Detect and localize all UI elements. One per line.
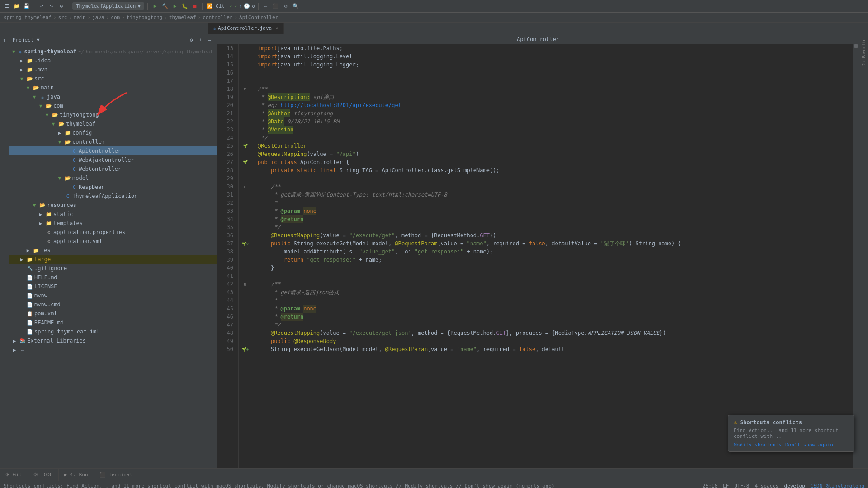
tab-close-btn[interactable]: × (275, 26, 278, 31)
tree-item-apicontroller[interactable]: ▶ C ApiController (9, 146, 217, 155)
tree-item-external-libraries[interactable]: ▶ 📚 External Libraries (9, 336, 217, 345)
tree-item-webajaxcontroller[interactable]: ▶ C WebAjaxController (9, 155, 217, 164)
tree-item-app-yml[interactable]: ▶ ⚙ application.yml (9, 237, 217, 246)
toolbar-btn-menu[interactable]: ☰ (3, 2, 11, 10)
tree-item-pom-xml[interactable]: ▶ 📋 pom.xml (9, 309, 217, 318)
folder-icon: 📂 (64, 175, 71, 181)
fold-icon-18[interactable]: ⊞ (244, 87, 246, 91)
tree-item-webcontroller[interactable]: ▶ C WebController (9, 164, 217, 174)
toolbar-btn-open[interactable]: 📁 (13, 2, 21, 10)
toolbar-btn-terminal[interactable]: ⬛ (272, 2, 280, 10)
tree-item-config[interactable]: ▶ 📁 config (9, 128, 217, 137)
breadcrumb-item-7[interactable]: controller (203, 14, 232, 20)
tree-item-static[interactable]: ▶ 📁 static (9, 210, 217, 219)
panel-tool-minimize[interactable]: — (206, 37, 213, 44)
bottom-tab-run[interactable]: ▶ 4: Run (59, 469, 94, 481)
side-tab-project[interactable]: 1 (0, 36, 9, 45)
toolbar-btn-build[interactable]: 🔨 (161, 2, 169, 10)
toolbar-btn-run[interactable]: ▶ (171, 2, 179, 10)
tree-item-com[interactable]: ▼ 📂 com (9, 101, 217, 110)
toolbar-btn-search-everywhere[interactable]: 🔍 (292, 2, 300, 10)
toolbar-btn-build-green[interactable]: ▶ (151, 2, 159, 10)
tree-item-model[interactable]: ▼ 📂 model (9, 174, 217, 183)
code-line-38: model.addAttribute( s: "value_get", o: "… (258, 248, 853, 256)
status-branch[interactable]: develop (784, 483, 805, 488)
tree-item-controller[interactable]: ▼ 📂 controller (9, 137, 217, 146)
panel-tool-settings[interactable]: ⚙ (188, 37, 195, 44)
breadcrumb-item-6[interactable]: thymeleaf (169, 14, 196, 20)
breadcrumb-item-3[interactable]: java (92, 14, 104, 20)
tree-item-mvnw-cmd[interactable]: ▶ 📄 mvnw.cmd (9, 300, 217, 309)
toolbar-btn-save[interactable]: 💾 (23, 2, 31, 10)
toolbar-btn-debug[interactable]: 🐛 (181, 2, 189, 10)
tree-item-target[interactable]: ▶ 📁 target (9, 255, 217, 264)
tree-item-scratches[interactable]: ▶ ✏ (9, 345, 217, 354)
tab-bar: ☕ ApiController.java × (0, 23, 868, 34)
dont-show-again-link[interactable]: Don't show again (785, 442, 833, 448)
panel-tool-expand[interactable]: + (197, 37, 204, 44)
tree-item-app-properties[interactable]: ▶ ⚙ application.properties (9, 228, 217, 237)
code-line-14: import java.util.logging.Level; (258, 52, 853, 61)
toolbar-btn-undo[interactable]: ↩ (38, 2, 46, 10)
breadcrumb-item-5[interactable]: tinytongtong (127, 14, 162, 20)
tree-item-iml[interactable]: ▶ 📄 spring-thymeleaf.iml (9, 327, 217, 336)
toolbar-sep-4 (202, 3, 203, 10)
yml-icon: ⚙ (45, 239, 52, 244)
tree-item-resources[interactable]: ▼ 📂 resources (9, 201, 217, 210)
project-panel: Project ▼ ⚙ + — ▼ ◈ spring-thymeleaf ~/D… (9, 34, 217, 468)
fold-icon-30[interactable]: ⊞ (244, 184, 246, 189)
bottom-tab-git[interactable]: ⑨ Git (0, 469, 28, 481)
tree-item-mvnw[interactable]: ▶ 📄 mvnw (9, 291, 217, 300)
multi-icon-37: 🌱⊙ (242, 242, 249, 246)
code-line-21: * @Author tinytongtong (258, 109, 853, 117)
folder-icon: 📁 (45, 221, 52, 226)
code-container[interactable]: 13 14 15 16 17 18 19 20 21 22 23 24 25 2… (217, 44, 859, 468)
breadcrumb-sep: › (69, 14, 72, 20)
tree-item-templates[interactable]: ▶ 📁 templates (9, 219, 217, 228)
tree-item-main[interactable]: ▼ 📂 main (9, 83, 217, 92)
tree-item-spring-thymeleaf[interactable]: ▼ ◈ spring-thymeleaf ~/Documents/workspa… (9, 47, 217, 56)
tree-item-src[interactable]: ▼ 📂 src (9, 74, 217, 83)
toolbar-btn-redo[interactable]: ↪ (47, 2, 56, 10)
bottom-tab-terminal[interactable]: ⬛ Terminal (94, 469, 139, 481)
tree-item-thymeleafapplication[interactable]: ▶ C ThymeleafApplication (9, 192, 217, 201)
breadcrumb-item-1[interactable]: src (58, 14, 67, 20)
tree-item-thymeleaf[interactable]: ▼ 📂 thymeleaf (9, 119, 217, 128)
status-indent[interactable]: 4 spaces (755, 483, 778, 488)
line-numbers: 13 14 15 16 17 18 19 20 21 22 23 24 25 2… (217, 44, 239, 468)
toolbar-btn-settings[interactable]: ⚙ (282, 2, 290, 10)
favorites-btn[interactable]: 2: Favorites (862, 36, 866, 66)
tree-item-idea[interactable]: ▶ 📁 .idea (9, 56, 217, 65)
code-line-17 (258, 77, 853, 85)
modify-shortcuts-link[interactable]: Modify shortcuts (734, 442, 782, 448)
status-position[interactable]: 25:16 (703, 483, 717, 488)
bottom-tab-todo[interactable]: ⑥ TODO (28, 469, 59, 481)
toolbar-btn-edit-config[interactable]: ✏ (262, 2, 270, 10)
tree-item-gitignore[interactable]: ▶ 🔧 .gitignore (9, 264, 217, 273)
breadcrumb-item-4[interactable]: com (111, 14, 120, 20)
toolbar-btn-nav[interactable]: ⊙ (57, 2, 66, 10)
tree-item-respbean[interactable]: ▶ C RespBean (9, 183, 217, 192)
scrollbar-thumb[interactable] (854, 44, 858, 48)
toolbar-btn-stop[interactable]: ■ (191, 2, 199, 10)
breadcrumb-item-0[interactable]: spring-thymeleaf (4, 14, 52, 20)
tab-apicontroller[interactable]: ☕ ApiController.java × (208, 23, 284, 34)
java-class-icon: C (71, 184, 78, 190)
fold-icon-42[interactable]: ⊞ (244, 282, 246, 286)
status-encoding[interactable]: UTF-8 (734, 483, 749, 488)
tree-item-help-md[interactable]: ▶ 📄 HELP.md (9, 273, 217, 282)
breadcrumb-item-2[interactable]: main (74, 14, 86, 20)
breadcrumb-item-8[interactable]: ApiController (239, 14, 278, 20)
project-badge[interactable]: ThymeleafApplication ▼ (72, 2, 144, 10)
tree-item-license[interactable]: ▶ 📄 LICENSE (9, 282, 217, 291)
tree-item-tinytongtong[interactable]: ▼ 📂 tinytongtong (9, 110, 217, 119)
code-content[interactable]: import java.nio.file.Paths; import java.… (252, 44, 853, 468)
tree-item-java[interactable]: ▼ ☕ java (9, 92, 217, 101)
status-lf[interactable]: LF (723, 483, 729, 488)
tree-item-mvn[interactable]: ▶ 📁 .mvn (9, 65, 217, 74)
editor-file-header: ApiController (217, 34, 859, 44)
tree-item-readme-md[interactable]: ▶ 📄 README.md (9, 318, 217, 327)
tree-item-test[interactable]: ▶ 📁 test (9, 246, 217, 255)
toolbar-btn-vcs[interactable]: 🔀 (206, 2, 214, 10)
right-scrollbar[interactable] (853, 44, 859, 468)
